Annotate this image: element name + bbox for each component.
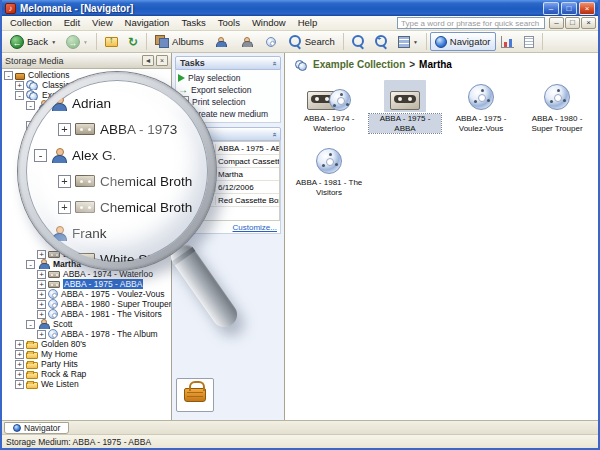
tree-item-example-collection[interactable]: -Example Collection (2, 90, 171, 100)
quick-search-input[interactable] (397, 17, 545, 29)
borrowers-button[interactable] (235, 32, 261, 51)
tree-item-rock-rap[interactable]: +Rock & Rap (2, 369, 171, 379)
tree-item-album-selected[interactable]: +ABBA - 1975 - ABBA (2, 279, 171, 289)
expander-icon[interactable]: + (15, 340, 24, 349)
tree-item-album[interactable]: +Beatles - With the B... (2, 249, 171, 259)
albums-button[interactable]: Albums (150, 32, 209, 51)
tree-item-album[interactable]: +Chemical Broth... (2, 140, 171, 150)
expander-icon[interactable]: - (26, 121, 35, 130)
menu-help[interactable]: Help (292, 16, 324, 30)
tasks-header[interactable]: Tasks » (175, 56, 281, 70)
mdi-close-button[interactable]: × (581, 17, 596, 29)
cd-icon (468, 84, 494, 110)
zoom-in-button[interactable]: + (370, 32, 393, 51)
expander-icon[interactable]: + (37, 270, 46, 279)
tree-item-album[interactable]: +ABBA - 1975 - Voulez-Vous (2, 289, 171, 299)
panel-close-button[interactable]: × (156, 55, 168, 66)
expander-icon[interactable]: + (15, 360, 24, 369)
expander-icon[interactable]: - (26, 320, 35, 329)
media-item-voulez-vous[interactable]: ABBA - 1975 - Voulez-Vous (443, 78, 519, 142)
expander-icon[interactable]: + (37, 330, 46, 339)
menu-collection[interactable]: Collection (4, 16, 58, 30)
tree-item-frank[interactable]: -Frank (2, 150, 171, 160)
expander-icon[interactable]: + (15, 350, 24, 359)
tree-item-album[interactable]: +ABBA - 1981 - The Visitors (2, 309, 171, 319)
customize-link[interactable]: Customize... (176, 221, 280, 233)
tree-item-album[interactable]: +ABBA - 1978 - The Album (2, 329, 171, 339)
artists-button[interactable] (209, 32, 235, 51)
tree-item-my-home[interactable]: +My Home (2, 349, 171, 359)
menu-tasks[interactable]: Tasks (175, 16, 211, 30)
tab-navigator[interactable]: Navigator (4, 422, 69, 434)
tree-item-album[interactable]: +ABBA - 1974 - Waterloo (2, 269, 171, 279)
expander-icon[interactable]: + (37, 111, 46, 120)
task-play-selection[interactable]: Play selection (178, 72, 278, 84)
tree-item-adrian[interactable]: -Adrian (2, 100, 171, 110)
media-item-super-trouper[interactable]: ABBA - 1980 - Super Trouper (519, 78, 595, 142)
expander-icon[interactable]: + (15, 370, 24, 379)
menu-window[interactable]: Window (246, 16, 292, 30)
maximize-button[interactable]: □ (561, 2, 577, 15)
mdi-restore-button[interactable]: □ (565, 17, 580, 29)
refresh-button[interactable]: ↻ (123, 32, 143, 51)
panel-collapse-button[interactable]: ◄ (142, 55, 154, 66)
expander-icon[interactable]: - (15, 91, 24, 100)
tree-item-party-hits[interactable]: +Party Hits (2, 359, 171, 369)
minimize-button[interactable]: – (543, 2, 559, 15)
menu-tools[interactable]: Tools (212, 16, 246, 30)
tree-item-album[interactable]: +White St... (2, 160, 171, 170)
task-export-selection[interactable]: →Export selection (178, 84, 278, 96)
details-header[interactable]: Details » (175, 127, 281, 141)
collapse-chevron-icon[interactable]: » (269, 61, 278, 65)
tree-item-alex-g[interactable]: -Alex G. (2, 120, 171, 130)
tree-item-collections[interactable]: -Collections (2, 70, 171, 80)
navigator-button[interactable]: Navigator (430, 32, 496, 51)
back-dropdown-icon[interactable]: ▼ (51, 39, 56, 45)
search-button[interactable]: Search (284, 32, 340, 51)
tree-item-album[interactable]: +Chemical Broth... (2, 130, 171, 140)
tree-item-golden-80s[interactable]: +Golden 80's (2, 339, 171, 349)
expander-icon[interactable]: - (26, 260, 35, 269)
media-item-the-visitors[interactable]: ABBA - 1981 - The Visitors (291, 142, 367, 206)
task-print-selection[interactable]: Print selection (178, 96, 278, 108)
media-button[interactable] (261, 32, 284, 51)
view-options-button[interactable]: ▼ (393, 32, 423, 51)
tree-item-album[interactable]: +ABBA - 1973 (2, 110, 171, 120)
tree-item-scott[interactable]: -Scott (2, 319, 171, 329)
tree-item-classic-rock[interactable]: +Classic Rock (2, 80, 171, 90)
media-item-abba-selected[interactable]: ABBA - 1975 - ABBA (367, 78, 443, 142)
tree-item-album[interactable]: +ABBA - 1980 - Super Trouper (2, 299, 171, 309)
expander-icon[interactable]: + (15, 380, 24, 389)
tree-item-martha[interactable]: -Martha (2, 259, 171, 269)
forward-button[interactable]: → ▼ (61, 32, 93, 51)
collection-basket-panel[interactable] (176, 378, 214, 412)
tree-item-we-listen[interactable]: +We Listen (2, 379, 171, 389)
back-button[interactable]: ← Back ▼ (5, 32, 61, 51)
expander-icon[interactable]: + (37, 141, 46, 150)
expander-icon[interactable]: + (15, 81, 24, 90)
expander-icon[interactable]: - (26, 101, 35, 110)
breadcrumb-collection[interactable]: Example Collection (313, 59, 405, 70)
menu-navigation[interactable]: Navigation (119, 16, 176, 30)
expander-icon[interactable]: + (37, 250, 46, 259)
mdi-minimize-button[interactable]: – (549, 17, 564, 29)
media-item-waterloo[interactable]: ABBA - 1974 - Waterloo (291, 78, 367, 142)
menu-edit[interactable]: Edit (58, 16, 86, 30)
close-button[interactable]: × (579, 2, 595, 15)
statistics-button[interactable] (496, 32, 519, 51)
menu-view[interactable]: View (86, 16, 118, 30)
expander-icon[interactable]: + (37, 280, 46, 289)
expander-icon[interactable]: + (37, 290, 46, 299)
task-create-new-medium[interactable]: ★Create new medium (178, 108, 278, 120)
expander-icon[interactable]: - (4, 71, 13, 80)
expander-icon[interactable]: + (37, 300, 46, 309)
up-level-button[interactable]: ↑ (100, 32, 123, 51)
expander-icon[interactable]: - (26, 151, 35, 160)
expander-icon[interactable]: + (37, 310, 46, 319)
breadcrumb-person[interactable]: Martha (419, 59, 452, 70)
expander-icon[interactable]: + (37, 131, 46, 140)
expander-icon[interactable]: + (37, 161, 46, 170)
report-button[interactable] (519, 32, 539, 51)
zoom-out-button[interactable] (347, 32, 370, 51)
collapse-chevron-icon[interactable]: » (269, 132, 278, 136)
